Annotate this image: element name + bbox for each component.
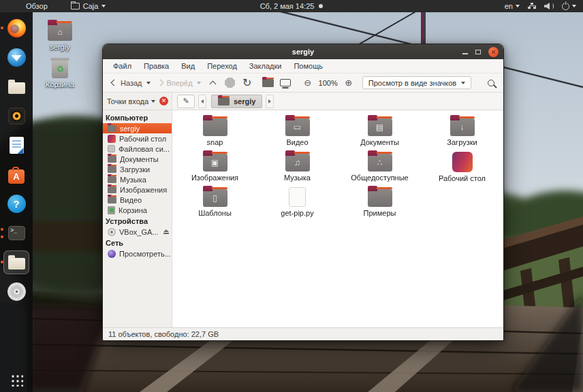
sidebar-item-label: Файловая си... bbox=[119, 145, 170, 153]
volume-icon[interactable] bbox=[544, 3, 554, 10]
file-item-документы[interactable]: ▤Документы bbox=[338, 114, 421, 150]
file-item-видео[interactable]: ▭Видео bbox=[256, 114, 338, 150]
menu-go[interactable]: Переход bbox=[201, 61, 243, 71]
desktop-screen: Обзор Caja Сб, 2 мая 14:25 en bbox=[0, 0, 583, 392]
folder-emblem: ▭ bbox=[285, 118, 310, 136]
file-label: Музыка bbox=[284, 174, 311, 182]
minimize-button[interactable] bbox=[462, 53, 468, 54]
dock-item-caja[interactable] bbox=[4, 251, 29, 274]
maximize-button[interactable] bbox=[475, 50, 481, 54]
sidebar-item-файловая-си-[interactable]: Файловая си... bbox=[103, 144, 172, 154]
close-button[interactable]: × bbox=[488, 47, 499, 57]
stop-button[interactable] bbox=[224, 76, 236, 90]
sidebar-item-видео[interactable]: Видео bbox=[103, 195, 172, 205]
network-icon[interactable] bbox=[528, 3, 536, 10]
zoom-in-button[interactable]: ⊕ bbox=[343, 76, 355, 90]
file-label: Общедоступные bbox=[351, 174, 408, 182]
zoom-out-button[interactable]: ⊖ bbox=[302, 76, 314, 90]
sidebar-section-header: Компьютер bbox=[103, 112, 172, 123]
software-icon bbox=[8, 169, 25, 184]
chevron-down-icon bbox=[146, 82, 151, 84]
sidebar-item-документы[interactable]: Документы bbox=[103, 154, 172, 164]
menu-help[interactable]: Помощь bbox=[287, 61, 329, 71]
dock-item-thunderbird[interactable] bbox=[4, 46, 29, 69]
sidebar-item-sergiy[interactable]: sergiy bbox=[103, 123, 172, 133]
places-selector[interactable]: Точки входа ✕ bbox=[103, 93, 172, 110]
file-item-шаблоны[interactable]: ▯Шаблоны bbox=[174, 185, 256, 220]
chevron-down-icon bbox=[572, 5, 576, 7]
dock-item-writer[interactable] bbox=[4, 134, 29, 157]
menu-bar: ФайлПравкаВидПереходЗакладкиПомощь bbox=[103, 59, 503, 74]
keyboard-indicator[interactable]: en bbox=[505, 2, 520, 10]
folder-emblem: ↓ bbox=[450, 118, 475, 136]
sidebar-item-музыка[interactable]: Музыка bbox=[103, 174, 172, 184]
file-item-snap[interactable]: snap bbox=[174, 114, 256, 150]
view-mode-dropdown[interactable]: Просмотр в виде значков bbox=[362, 76, 471, 89]
file-item-рабочий-стол[interactable]: Рабочий стол bbox=[421, 150, 503, 185]
file-label: Рабочий стол bbox=[439, 174, 486, 182]
breadcrumb-right-button[interactable] bbox=[266, 95, 274, 108]
menu-edit[interactable]: Правка bbox=[138, 61, 175, 71]
home-folder-icon bbox=[262, 79, 274, 87]
dock-item-terminal[interactable] bbox=[4, 222, 29, 244]
file-item-примеры[interactable]: Примеры bbox=[338, 185, 421, 220]
computer-button[interactable] bbox=[279, 76, 292, 90]
notification-dot-icon bbox=[319, 4, 323, 8]
sidebar-item-корзина[interactable]: Корзина bbox=[103, 205, 172, 215]
location-bar: Точки входа ✕ ✎ sergiy bbox=[103, 93, 503, 110]
menu-view[interactable]: Вид bbox=[175, 61, 201, 71]
eject-icon[interactable] bbox=[163, 229, 169, 235]
close-sidebar-button[interactable]: ✕ bbox=[159, 97, 168, 105]
dock-item-rhythmbox[interactable] bbox=[4, 105, 29, 127]
breadcrumb-current-button[interactable]: sergiy bbox=[211, 95, 262, 108]
sidebar-item-label: Видео bbox=[120, 196, 142, 204]
home-button[interactable] bbox=[262, 76, 274, 90]
file-item-музыка[interactable]: ♫Музыка bbox=[256, 150, 338, 185]
sidebar-item-просмотреть-[interactable]: Просмотреть... bbox=[103, 248, 172, 259]
desktop-icon-home[interactable]: ⌂ sergiy bbox=[37, 19, 82, 51]
overview-button[interactable]: Обзор bbox=[23, 2, 50, 10]
chevron-down-icon bbox=[151, 100, 155, 103]
file-item-get-pip.py[interactable]: get-pip.py bbox=[256, 185, 338, 220]
file-item-изображения[interactable]: ▣Изображения bbox=[174, 150, 256, 185]
chevron-up-icon bbox=[210, 81, 217, 88]
sidebar-item-label: VBox_GA... bbox=[119, 228, 158, 236]
edit-location-button[interactable]: ✎ bbox=[177, 95, 195, 108]
file-item-общедоступные[interactable]: ∴Общедоступные bbox=[338, 150, 421, 185]
chevron-down-icon bbox=[101, 5, 106, 7]
file-label: Загрузки bbox=[447, 138, 477, 146]
file-view[interactable]: snap▭Видео▤Документы↓Загрузки▣Изображени… bbox=[172, 110, 503, 327]
dock-item-software[interactable] bbox=[4, 163, 29, 186]
search-button[interactable] bbox=[485, 76, 497, 90]
clock[interactable]: Сб, 2 мая 14:25 bbox=[260, 2, 315, 10]
forward-button[interactable]: Вперёд bbox=[157, 78, 202, 88]
file-label: Видео bbox=[286, 138, 308, 146]
folder-home-icon bbox=[108, 125, 116, 132]
dock-item-files[interactable] bbox=[4, 76, 29, 98]
breadcrumb-left-button[interactable] bbox=[198, 95, 206, 108]
up-button[interactable] bbox=[207, 76, 219, 90]
dock-item-disc[interactable] bbox=[4, 280, 29, 303]
file-item-загрузки[interactable]: ↓Загрузки bbox=[421, 114, 503, 150]
sidebar-item-загрузки[interactable]: Загрузки bbox=[103, 164, 172, 174]
menu-file[interactable]: Файл bbox=[107, 61, 138, 71]
sidebar-item-рабочий-стол[interactable]: Рабочий стол bbox=[103, 133, 172, 144]
folder-icon bbox=[108, 197, 116, 203]
folder-icon bbox=[108, 166, 116, 173]
back-button[interactable]: Назад bbox=[109, 78, 152, 88]
dock-item-help[interactable] bbox=[4, 193, 29, 215]
desktop-icon-trash[interactable]: Корзина bbox=[37, 60, 82, 88]
dock-item-firefox[interactable] bbox=[4, 17, 29, 39]
title-bar[interactable]: sergiy × bbox=[103, 44, 503, 59]
sidebar-item-изображения[interactable]: Изображения bbox=[103, 184, 172, 195]
reload-button[interactable]: ↻ bbox=[241, 76, 253, 90]
show-applications-button[interactable] bbox=[10, 373, 23, 387]
app-menu[interactable]: Caja bbox=[68, 2, 109, 10]
power-menu[interactable] bbox=[562, 3, 576, 10]
sidebar-item-vbox_ga-[interactable]: VBox_GA... bbox=[103, 227, 172, 237]
menu-bookmarks[interactable]: Закладки bbox=[243, 61, 288, 71]
dock-apps bbox=[4, 17, 29, 303]
files-icon bbox=[8, 82, 25, 94]
dock bbox=[0, 12, 33, 392]
desktop-icon bbox=[108, 135, 116, 143]
